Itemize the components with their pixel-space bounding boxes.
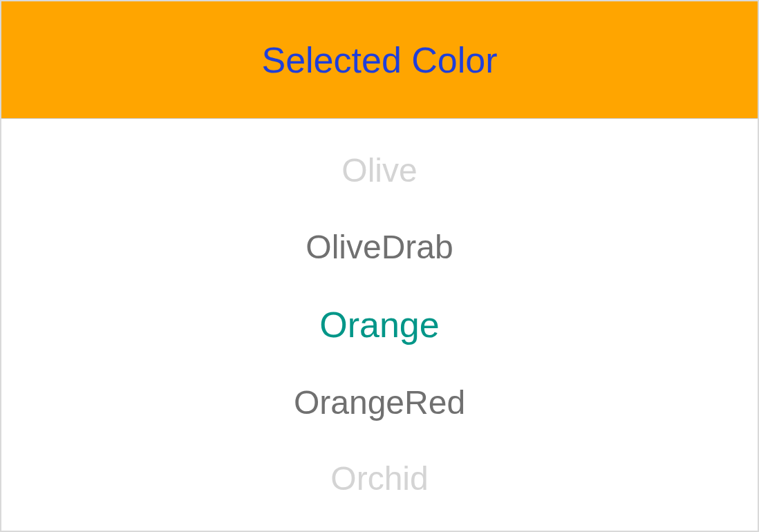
picker-item-selected[interactable]: Orange	[319, 303, 439, 346]
color-wheel-picker[interactable]: Olive OliveDrab Orange OrangeRed Orchid	[1, 119, 758, 531]
picker-item-far-above[interactable]: Olive	[341, 151, 417, 191]
header-title: Selected Color	[261, 39, 497, 81]
picker-item-near-above[interactable]: OliveDrab	[306, 227, 453, 267]
header-bar: Selected Color	[1, 1, 758, 119]
color-picker-container: Selected Color Olive OliveDrab Orange Or…	[0, 0, 759, 532]
picker-item-far-below[interactable]: Orchid	[330, 459, 428, 499]
picker-item-near-below[interactable]: OrangeRed	[294, 383, 465, 423]
